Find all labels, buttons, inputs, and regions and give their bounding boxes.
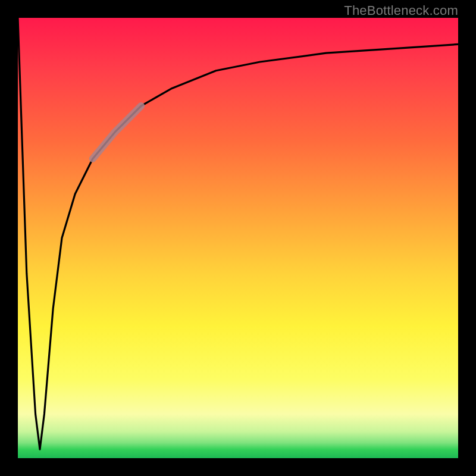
curve-line (18, 18, 458, 449)
watermark-text: TheBottleneck.com (344, 3, 458, 18)
curve-highlight (93, 106, 141, 159)
chart-frame: TheBottleneck.com (0, 0, 476, 476)
bottleneck-curve (18, 18, 458, 458)
